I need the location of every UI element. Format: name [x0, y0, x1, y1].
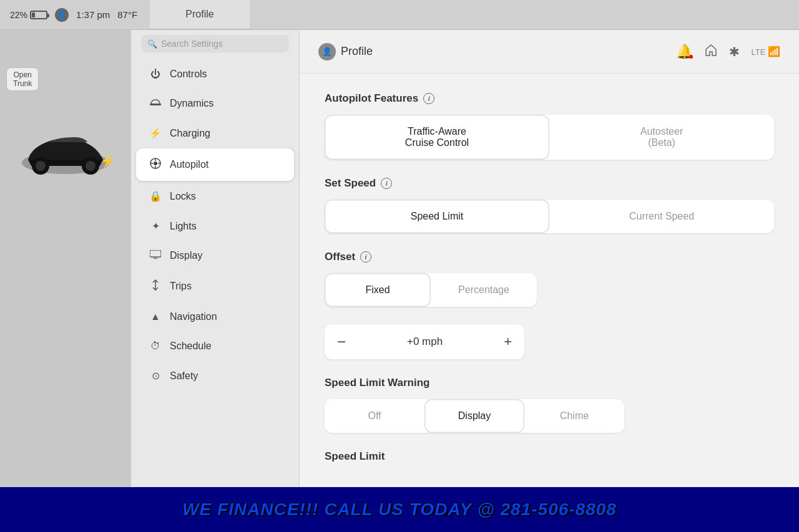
car-image: ⚡ [16, 116, 115, 181]
sidebar-item-schedule[interactable]: ⏱ Schedule [136, 332, 294, 360]
open-trunk-button[interactable]: OpenTrunk [6, 67, 39, 91]
sidebar-item-charging[interactable]: ⚡ Charging [136, 118, 294, 148]
offset-info-icon[interactable]: i [360, 251, 371, 263]
battery-percent: 22% [10, 10, 27, 20]
tacc-button[interactable]: Traffic-AwareCruise Control [325, 115, 549, 160]
offset-value: +0 mph [407, 336, 443, 348]
search-placeholder: Search Settings [161, 39, 223, 49]
sidebar-item-autopilot[interactable]: Autopilot [136, 148, 294, 181]
controls-icon: ⏻ [149, 69, 162, 80]
display-icon [149, 250, 162, 261]
sidebar-item-label: Display [170, 250, 202, 261]
set-speed-title: Set Speed [325, 177, 376, 190]
autopilot-info-icon[interactable]: i [423, 93, 434, 104]
svg-rect-12 [150, 250, 161, 257]
locks-icon: 🔒 [149, 190, 162, 202]
sidebar-item-label: Dynamics [170, 98, 213, 109]
car-panel: OpenTrunk ⚡ [0, 30, 131, 532]
profile-avatar: 👤 [318, 43, 336, 60]
svg-point-2 [36, 161, 46, 171]
navigation-icon: ▲ [149, 311, 162, 322]
current-speed-button[interactable]: Current Speed [549, 200, 774, 233]
sidebar-item-label: Schedule [170, 341, 212, 352]
autopilot-features-title: Autopilot Features [325, 92, 418, 105]
speed-limit-section: Speed Limit [325, 450, 774, 463]
offset-toggle: Fixed Percentage [325, 273, 537, 307]
sidebar-item-label: Locks [170, 191, 196, 202]
charging-icon: ⚡ [149, 127, 162, 139]
lightning-icon: ⚡ [100, 153, 115, 168]
svg-point-4 [86, 161, 96, 171]
sidebar-item-label: Lights [170, 221, 197, 232]
banner-text: WE FINANCE!!! CALL US TODAY @ 281-506-88… [182, 500, 617, 520]
sidebar-item-dynamics[interactable]: Dynamics [136, 89, 294, 118]
offset-minus-button[interactable]: − [337, 333, 346, 351]
profile-tab-label: Profile [185, 9, 213, 20]
off-button[interactable]: Off [325, 399, 424, 433]
battery-icon [30, 11, 47, 19]
display-button[interactable]: Display [424, 399, 524, 433]
offset-title: Offset [325, 251, 355, 263]
header-profile: 👤 Profile [318, 43, 373, 60]
bottom-banner: WE FINANCE!!! CALL US TODAY @ 281-506-88… [0, 487, 799, 532]
header-profile-label: Profile [341, 45, 373, 58]
offset-stepper: − +0 mph + [325, 324, 524, 359]
status-temp: 87°F [117, 9, 137, 20]
sidebar-item-locks[interactable]: 🔒 Locks [136, 181, 294, 211]
battery-indicator: 22% [10, 10, 47, 20]
speed-limit-button[interactable]: Speed Limit [325, 200, 549, 233]
autopilot-features-toggle: Traffic-AwareCruise Control Autosteer(Be… [325, 115, 774, 160]
sidebar-item-label: Autopilot [170, 159, 208, 170]
autosteer-button[interactable]: Autosteer(Beta) [549, 115, 774, 160]
dynamics-icon [149, 98, 162, 109]
lights-icon: ✦ [149, 220, 162, 232]
autopilot-features-section: Autopilot Features i [325, 92, 774, 105]
speed-limit-warning-title: Speed Limit Warning [325, 377, 429, 389]
sidebar-item-trips[interactable]: Trips [136, 271, 294, 302]
sidebar-item-display[interactable]: Display [136, 241, 294, 270]
search-icon: 🔍 [147, 39, 157, 49]
sidebar-item-controls[interactable]: ⏻ Controls [136, 60, 294, 89]
status-bar: 22% 👤 1:37 pm 87°F [0, 0, 799, 30]
speed-limit-title: Speed Limit [325, 450, 385, 463]
header-right-icons: 🔔 ✱ LTE 📶 [676, 43, 780, 60]
percentage-button[interactable]: Percentage [431, 273, 537, 307]
notification-dot [689, 55, 693, 59]
signal-icon: LTE 📶 [751, 46, 780, 57]
sidebar-item-label: Controls [170, 69, 207, 80]
sidebar-item-label: Navigation [170, 311, 217, 322]
set-speed-section: Set Speed i [325, 177, 774, 190]
offset-section: Offset i [325, 251, 774, 263]
settings-content: Autopilot Features i Traffic-AwareCruise… [300, 74, 799, 532]
chime-button[interactable]: Chime [524, 399, 624, 433]
trips-icon [149, 279, 162, 293]
safety-icon: ⊙ [149, 370, 162, 382]
sidebar-item-label: Charging [170, 128, 210, 139]
offset-plus-button[interactable]: + [504, 334, 512, 350]
speed-limit-warning-toggle: Off Display Chime [325, 399, 624, 433]
schedule-icon: ⏱ [149, 341, 162, 352]
set-speed-toggle: Speed Limit Current Speed [325, 200, 774, 233]
status-time: 1:37 pm [76, 9, 110, 20]
sidebar-item-safety[interactable]: ⊙ Safety [136, 361, 294, 390]
speed-limit-warning-section: Speed Limit Warning [325, 377, 774, 389]
status-profile-icon: 👤 [55, 8, 69, 22]
autopilot-icon [149, 157, 162, 172]
car-silhouette-svg [16, 116, 115, 178]
sidebar-item-navigation[interactable]: ▲ Navigation [136, 302, 294, 331]
sidebar-item-lights[interactable]: ✦ Lights [136, 211, 294, 241]
bell-icon[interactable]: 🔔 [676, 44, 693, 60]
profile-tab[interactable]: Profile [150, 0, 250, 30]
sidebar-item-label: Trips [170, 281, 192, 292]
svg-rect-5 [150, 104, 161, 105]
sidebar: 🔍 Search Settings ⏻ Controls Dynamics ⚡ … [131, 30, 300, 487]
bluetooth-icon[interactable]: ✱ [729, 44, 740, 59]
set-speed-info-icon[interactable]: i [381, 178, 392, 189]
svg-point-7 [154, 162, 157, 165]
home-icon[interactable] [704, 43, 718, 60]
content-header: 👤 Profile 🔔 ✱ LTE 📶 [300, 30, 799, 74]
sidebar-item-label: Safety [170, 370, 198, 382]
fixed-button[interactable]: Fixed [325, 273, 431, 307]
search-bar[interactable]: 🔍 Search Settings [141, 35, 289, 52]
